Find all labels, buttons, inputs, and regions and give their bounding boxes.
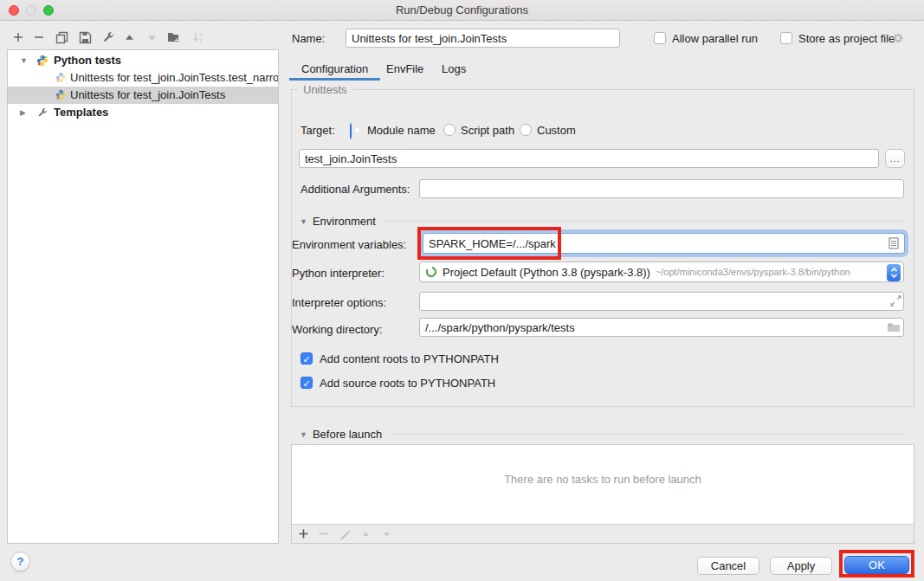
- python-tests-icon: [36, 55, 48, 67]
- copy-configuration-icon[interactable]: [54, 29, 69, 45]
- tree-item-label: Templates: [54, 106, 108, 119]
- python-interpreter-label: Python interpreter:: [292, 267, 384, 280]
- environment-variables-input[interactable]: [423, 233, 905, 254]
- apply-button[interactable]: Apply: [770, 557, 832, 575]
- chevron-expanded-icon: ▼: [300, 430, 307, 439]
- target-custom-label: Custom: [537, 124, 576, 137]
- tab-label: Logs: [442, 62, 466, 75]
- move-task-up-icon: [361, 530, 371, 539]
- before-launch-empty-text: There are no tasks to run before launch: [292, 473, 914, 486]
- unittests-section-label: Unittests: [298, 83, 352, 96]
- chevron-expanded-icon: ▼: [300, 217, 307, 226]
- target-label: Target:: [300, 124, 335, 137]
- edit-variables-list-icon[interactable]: [888, 237, 899, 249]
- add-configuration-icon[interactable]: [10, 29, 26, 45]
- remove-task-icon: [318, 528, 329, 539]
- add-source-roots-checkbox[interactable]: ✓: [300, 377, 313, 389]
- store-as-project-file-checkbox[interactable]: [780, 32, 792, 44]
- add-content-roots-checkbox[interactable]: ✓: [300, 352, 313, 365]
- tree-item-label: Unittests for test_join.JoinTests: [70, 88, 225, 101]
- title-bar: Run/Debug Configurations: [0, 0, 924, 21]
- tab-logs[interactable]: Logs: [430, 57, 478, 81]
- move-task-down-icon: [382, 530, 391, 539]
- interpreter-options-label: Interpreter options:: [292, 296, 386, 309]
- help-button[interactable]: ?: [10, 552, 30, 571]
- allow-parallel-run-label: Allow parallel run: [672, 32, 758, 45]
- close-window-button[interactable]: [9, 5, 19, 16]
- environment-section-header[interactable]: ▼ Environment: [300, 215, 906, 228]
- templates-wrench-icon: [36, 107, 48, 119]
- additional-arguments-input[interactable]: [419, 179, 904, 198]
- chevron-expanded-icon[interactable]: ▼: [20, 56, 28, 65]
- edit-templates-icon[interactable]: [100, 29, 115, 45]
- svg-text:z: z: [199, 37, 203, 44]
- tree-item-label: Python tests: [54, 54, 121, 67]
- environment-variables-label: Environment variables:: [292, 238, 406, 251]
- remove-configuration-icon[interactable]: [31, 29, 47, 45]
- browse-module-button[interactable]: ...: [885, 149, 905, 168]
- chevron-collapsed-icon[interactable]: ▶: [20, 108, 26, 117]
- before-launch-section-label: Before launch: [313, 428, 382, 441]
- interpreter-options-input[interactable]: [419, 292, 904, 311]
- tab-envfile[interactable]: EnvFile: [374, 57, 436, 81]
- new-folder-icon[interactable]: [166, 29, 182, 45]
- window-title: Run/Debug Configurations: [0, 0, 924, 21]
- tree-item-unittests-jointests[interactable]: Unittests for test_join.JoinTests: [8, 87, 278, 104]
- ok-button[interactable]: OK: [844, 556, 909, 574]
- tree-item-python-tests[interactable]: ▼ Python tests: [8, 52, 278, 69]
- project-file-settings-gear-icon[interactable]: [891, 31, 905, 45]
- add-content-roots-label: Add content roots to PYTHONPATH: [320, 352, 499, 365]
- tree-item-templates[interactable]: ▶ Templates: [8, 104, 278, 121]
- target-script-path-radio[interactable]: [443, 124, 456, 136]
- add-task-icon[interactable]: [298, 528, 309, 539]
- tree-item-unittests-narrow[interactable]: Unittests for test_join.JoinTests.test_n…: [8, 69, 278, 87]
- target-custom-radio[interactable]: [520, 124, 532, 136]
- section-divider: [383, 221, 906, 222]
- save-configuration-icon[interactable]: [77, 29, 93, 45]
- target-module-name-radio[interactable]: [350, 123, 352, 139]
- tab-configuration[interactable]: Configuration: [289, 57, 380, 81]
- additional-arguments-label: Additional Arguments:: [300, 183, 410, 196]
- name-input[interactable]: [346, 29, 620, 48]
- browse-folder-icon[interactable]: [887, 321, 901, 332]
- python-test-config-icon: [55, 89, 68, 101]
- conda-env-icon: [425, 266, 437, 278]
- python-test-config-icon: [55, 72, 68, 84]
- dropdown-spinner-icon[interactable]: [887, 264, 901, 281]
- move-up-icon[interactable]: [121, 29, 137, 45]
- before-launch-section-header[interactable]: ▼ Before launch: [300, 428, 906, 441]
- before-launch-task-list[interactable]: There are no tasks to run before launch: [291, 444, 914, 544]
- python-interpreter-select[interactable]: Project Default (Python 3.8 (pyspark-3.8…: [419, 261, 904, 282]
- zoom-window-button[interactable]: [43, 5, 54, 16]
- working-directory-input[interactable]: [419, 318, 904, 337]
- add-source-roots-label: Add source roots to PYTHONPATH: [320, 377, 495, 390]
- section-divider: [389, 434, 906, 435]
- tab-label: EnvFile: [386, 62, 423, 75]
- module-name-input[interactable]: [299, 149, 879, 168]
- tab-label: Configuration: [301, 62, 368, 75]
- move-down-icon[interactable]: [144, 29, 159, 45]
- interpreter-path: ~/opt/miniconda3/envs/pyspark-3.8/bin/py…: [656, 267, 850, 277]
- target-script-path-label: Script path: [461, 124, 514, 137]
- before-launch-toolbar: [292, 524, 914, 543]
- sort-configurations-icon[interactable]: az: [190, 29, 205, 45]
- expand-field-icon[interactable]: [890, 295, 901, 307]
- name-label: Name:: [292, 32, 325, 45]
- minimize-window-button: [26, 5, 36, 16]
- interpreter-value: Project Default (Python 3.8 (pyspark-3.8…: [443, 266, 650, 279]
- allow-parallel-run-checkbox[interactable]: [654, 32, 666, 44]
- store-as-project-file-label: Store as project file: [798, 32, 895, 45]
- environment-section-label: Environment: [313, 215, 376, 228]
- working-directory-label: Working directory:: [292, 323, 383, 336]
- edit-task-pencil-icon: [339, 528, 351, 539]
- target-module-name-label: Module name: [367, 124, 436, 137]
- cancel-button[interactable]: Cancel: [697, 557, 759, 575]
- configurations-tree: ▼ Python tests Unittests for test_join.J…: [7, 49, 279, 544]
- run-debug-configurations-dialog: { "window": { "title": "Run/Debug Config…: [0, 0, 924, 581]
- tree-item-label: Unittests for test_join.JoinTests.test_n…: [70, 71, 279, 84]
